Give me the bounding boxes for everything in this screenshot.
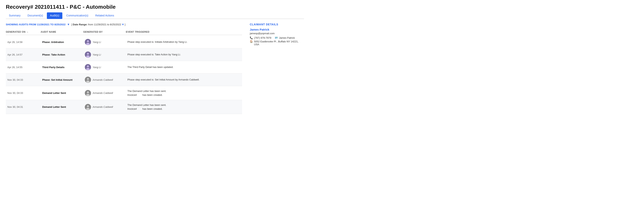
- svg-point-14: [86, 94, 90, 96]
- phone-icon: 📞: [250, 36, 253, 39]
- id-icon: 🪪: [275, 36, 278, 39]
- svg-point-11: [86, 80, 90, 83]
- cell-generated-by: Yang Li: [83, 51, 126, 58]
- address-icon: 🏠: [250, 40, 253, 43]
- clear-date-range-button[interactable]: ✕: [122, 23, 124, 26]
- audit-filter-header: SHOWING AUDITS FROM 11/29/2021 TO 8/25/2…: [6, 23, 242, 26]
- left-panel: SHOWING AUDITS FROM 11/29/2021 TO 8/25/2…: [6, 23, 242, 114]
- avatar: [85, 64, 91, 70]
- tab-related-actions[interactable]: Related Actions: [92, 12, 117, 19]
- generated-by-name: Yang Li: [92, 41, 101, 44]
- claimant-address: 5052 Eastbrooke Pl , Buffalo NY 14221, U…: [254, 40, 304, 46]
- date-range-filter: [ Date Range: from 11/29/2021 to 8/25/20…: [71, 23, 125, 26]
- avatar: [85, 52, 91, 58]
- audits-table: GENERATED ON ↓ AUDIT NAME GENERATED BY E…: [6, 29, 242, 114]
- svg-point-4: [87, 53, 89, 55]
- col-header-generated-on: GENERATED ON ↓: [6, 30, 41, 33]
- cell-date: Apr 26, 14:58: [6, 40, 41, 44]
- table-row: Apr 26, 14:58 Phase: Arbitration Yang Li: [6, 36, 242, 48]
- claimant-section-title: CLAIMANT DETAILS: [250, 23, 304, 26]
- claimant-phone-row: 📞 (797) 979-7979 🪪 James Patrick: [250, 36, 304, 39]
- filter-icon[interactable]: ▼: [67, 23, 70, 26]
- generated-by-name: Armando Caldwell: [92, 106, 113, 108]
- generated-by-name: Armando Caldwell: [92, 92, 113, 94]
- cell-event: Phase step executed is: Set Initial Amou…: [126, 77, 242, 82]
- event-line-2: Invoice# has been created.: [128, 107, 240, 111]
- cell-generated-by: Yang Li: [83, 63, 126, 71]
- svg-point-10: [87, 78, 89, 80]
- tab-communications[interactable]: Communication(s): [63, 12, 92, 19]
- col-header-audit-name: AUDIT NAME: [41, 30, 83, 33]
- avatar: [85, 39, 91, 45]
- svg-point-13: [87, 91, 89, 93]
- col-header-generated-by: GENERATED BY: [83, 30, 126, 33]
- claimant-email: jamesp@yopmail.com: [250, 32, 304, 35]
- tabs-container: Summary Document(s) Audit(s) Communicati…: [6, 12, 304, 19]
- showing-audits-text: SHOWING AUDITS FROM 11/29/2021 TO 8/25/2…: [6, 23, 66, 26]
- svg-point-7: [87, 66, 89, 67]
- cell-date: Apr 26, 14:55: [6, 65, 41, 70]
- cell-event: The Demand Letter has been sent. Invoice…: [126, 88, 242, 98]
- svg-point-8: [86, 68, 90, 70]
- tab-documents[interactable]: Document(s): [24, 12, 46, 19]
- svg-point-1: [87, 40, 89, 42]
- sort-icon[interactable]: ↓: [27, 30, 28, 33]
- svg-point-17: [86, 108, 90, 110]
- avatar: [85, 104, 91, 110]
- svg-point-5: [86, 55, 90, 58]
- table-header: GENERATED ON ↓ AUDIT NAME GENERATED BY E…: [6, 29, 242, 35]
- table-row: Nov 30, 04:33 Demand Letter Sent Armando…: [6, 86, 242, 100]
- cell-audit-name: Demand Letter Sent: [41, 105, 83, 109]
- cell-audit-name: Phase: Set Initial Amount: [41, 78, 83, 82]
- tab-summary[interactable]: Summary: [6, 12, 24, 19]
- right-panel: CLAIMANT DETAILS James Patrick jamesp@yo…: [250, 23, 304, 114]
- cell-event: The Demand Letter has been sent. Invoice…: [126, 102, 242, 112]
- cell-generated-by: Yang Li: [83, 38, 126, 46]
- table-row: Nov 30, 04:33 Phase: Set Initial Amount …: [6, 74, 242, 86]
- svg-point-2: [86, 43, 90, 45]
- page-title: Recovery# 2021011411 - P&C - Automobile: [6, 4, 304, 10]
- svg-point-16: [87, 105, 89, 107]
- claimant-id-label: James Patrick: [279, 36, 295, 39]
- cell-audit-name: Phase: Arbitration: [41, 40, 83, 44]
- cell-audit-name: Demand Letter Sent: [41, 91, 83, 95]
- generated-by-name: Yang Li: [92, 53, 101, 56]
- generated-by-name: Armando Caldwell: [92, 78, 113, 81]
- cell-generated-by: Armando Caldwell: [83, 76, 126, 84]
- tab-audits[interactable]: Audit(s): [47, 12, 62, 19]
- claimant-phone: (797) 979-7979: [254, 36, 271, 39]
- generated-by-name: Yang Li: [92, 66, 101, 69]
- cell-audit-name: Phase: Take Action: [41, 52, 83, 57]
- avatar: [85, 90, 91, 96]
- cell-event: Phase step executed is: Initiate Arbitra…: [126, 39, 242, 45]
- table-row: Apr 26, 14:57 Phase: Take Action Yang Li: [6, 48, 242, 61]
- cell-event: The Third Party Detail has been updated.: [126, 64, 242, 70]
- cell-generated-by: Armando Caldwell: [83, 103, 126, 111]
- claimant-address-row: 🏠 5052 Eastbrooke Pl , Buffalo NY 14221,…: [250, 40, 304, 46]
- avatar: [85, 77, 91, 83]
- cell-date: Nov 30, 04:33: [6, 78, 41, 82]
- cell-date: Apr 26, 14:57: [6, 52, 41, 57]
- event-line-1: The Demand Letter has been sent.: [128, 103, 240, 107]
- event-line-1: The Demand Letter has been sent.: [128, 89, 240, 93]
- cell-generated-by: Armando Caldwell: [83, 89, 126, 97]
- cell-event: Phase step executed is: Take Action by Y…: [126, 52, 242, 57]
- event-line-2: Invoice# has been created.: [128, 93, 240, 97]
- table-row: Apr 26, 14:55 Third Party Details Yang L…: [6, 61, 242, 74]
- table-row: Nov 30, 04:31 Demand Letter Sent Armando…: [6, 100, 242, 114]
- claimant-name[interactable]: James Patrick: [250, 28, 304, 31]
- col-header-event-triggered: EVENT TRIGGERED: [126, 30, 242, 33]
- cell-date: Nov 30, 04:33: [6, 91, 41, 95]
- cell-audit-name: Third Party Details: [41, 65, 83, 70]
- cell-date: Nov 30, 04:31: [6, 105, 41, 109]
